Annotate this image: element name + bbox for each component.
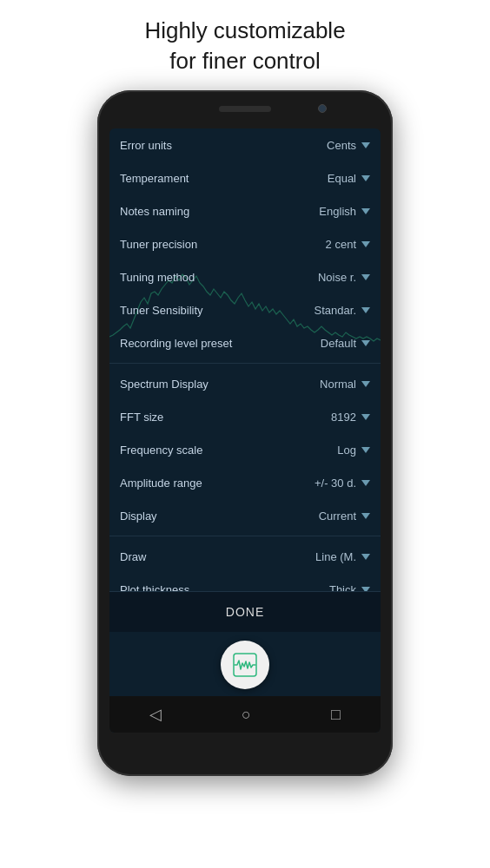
value-plot-thickness: Thick (329, 583, 356, 592)
label-amplitude-range: Amplitude range (120, 477, 315, 490)
row-tuning-method[interactable]: Tuning method Noise r. (109, 260, 381, 293)
value-fft-size: 8192 (331, 411, 356, 424)
settings-area: Error units Cents Temperament Equal Note… (109, 128, 381, 591)
phone-speaker (219, 106, 271, 112)
row-tuner-precision[interactable]: Tuner precision 2 cent (109, 227, 381, 260)
dropdown-arrow-tuning-method (361, 274, 370, 280)
row-notes-naming[interactable]: Notes naming English (109, 194, 381, 227)
row-recording-level[interactable]: Recording level preset Default (109, 326, 381, 359)
label-temperament: Temperament (120, 172, 328, 185)
row-error-units[interactable]: Error units Cents (109, 128, 381, 161)
row-draw[interactable]: Draw Line (M. (109, 540, 381, 573)
value-frequency-scale: Log (337, 444, 356, 457)
recent-button[interactable]: □ (331, 706, 341, 724)
phone-camera (318, 104, 327, 113)
value-notes-naming: English (319, 205, 356, 218)
label-tuner-sensibility: Tuner Sensibility (120, 304, 315, 317)
dropdown-arrow-temperament (361, 175, 370, 181)
phone-shell: Error units Cents Temperament Equal Note… (97, 90, 393, 776)
row-amplitude-range[interactable]: Amplitude range +/- 30 d. (109, 466, 381, 499)
label-plot-thickness: Plot thickness (120, 583, 329, 592)
phone-mockup: Error units Cents Temperament Equal Note… (97, 90, 393, 776)
settings-group-2: Spectrum Display Normal FFT size 8192 Fr… (109, 367, 381, 536)
dropdown-arrow-tuner-precision (361, 241, 370, 247)
settings-list: Error units Cents Temperament Equal Note… (109, 128, 381, 591)
row-frequency-scale[interactable]: Frequency scale Log (109, 433, 381, 466)
value-draw: Line (M. (315, 550, 356, 563)
label-recording-level: Recording level preset (120, 337, 321, 350)
dropdown-arrow-amplitude-range (361, 480, 370, 486)
value-error-units: Cents (327, 139, 356, 152)
phone-screen: Error units Cents Temperament Equal Note… (109, 128, 381, 733)
row-plot-thickness[interactable]: Plot thickness Thick (109, 573, 381, 591)
fab-area (109, 632, 381, 696)
label-tuning-method: Tuning method (120, 271, 318, 284)
nav-bar: ◁ ○ □ (109, 696, 381, 733)
row-temperament[interactable]: Temperament Equal (109, 161, 381, 194)
dropdown-arrow-notes-naming (361, 208, 370, 214)
row-display[interactable]: Display Current (109, 499, 381, 532)
value-tuner-precision: 2 cent (326, 238, 356, 251)
label-notes-naming: Notes naming (120, 205, 319, 218)
value-spectrum-display: Normal (320, 378, 356, 391)
row-spectrum-display[interactable]: Spectrum Display Normal (109, 367, 381, 400)
dropdown-arrow-display (361, 513, 370, 519)
value-temperament: Equal (328, 172, 356, 185)
value-tuning-method: Noise r. (318, 271, 356, 284)
value-recording-level: Default (321, 337, 356, 350)
home-button[interactable]: ○ (242, 706, 251, 724)
row-tuner-sensibility[interactable]: Tuner Sensibility Standar. (109, 293, 381, 326)
dropdown-arrow-tuner-sensibility (361, 307, 370, 313)
done-bar[interactable]: DONE (109, 591, 381, 632)
dropdown-arrow-spectrum-display (361, 381, 370, 387)
value-display: Current (319, 510, 356, 523)
fab-button[interactable] (221, 641, 269, 689)
value-amplitude-range: +/- 30 d. (315, 477, 356, 490)
done-label: DONE (226, 605, 264, 619)
label-frequency-scale: Frequency scale (120, 444, 337, 457)
label-draw: Draw (120, 550, 315, 563)
dropdown-arrow-recording-level (361, 340, 370, 346)
dropdown-arrow-frequency-scale (361, 447, 370, 453)
dropdown-arrow-fft-size (361, 414, 370, 420)
settings-group-1: Error units Cents Temperament Equal Note… (109, 128, 381, 364)
label-display: Display (120, 510, 319, 523)
row-fft-size[interactable]: FFT size 8192 (109, 400, 381, 433)
settings-group-3: Draw Line (M. Plot thickness Thick Round… (109, 540, 381, 591)
page-title: Highly customizable for finer control (52, 16, 438, 76)
dropdown-arrow-plot-thickness (361, 587, 370, 592)
dropdown-arrow-error-units (361, 142, 370, 148)
label-fft-size: FFT size (120, 411, 331, 424)
label-tuner-precision: Tuner precision (120, 238, 326, 251)
value-tuner-sensibility: Standar. (315, 304, 356, 317)
back-button[interactable]: ◁ (149, 705, 162, 724)
page-header: Highly customizable for finer control (0, 0, 490, 87)
waveform-icon (233, 653, 257, 677)
label-spectrum-display: Spectrum Display (120, 378, 320, 391)
label-error-units: Error units (120, 139, 327, 152)
dropdown-arrow-draw (361, 554, 370, 560)
